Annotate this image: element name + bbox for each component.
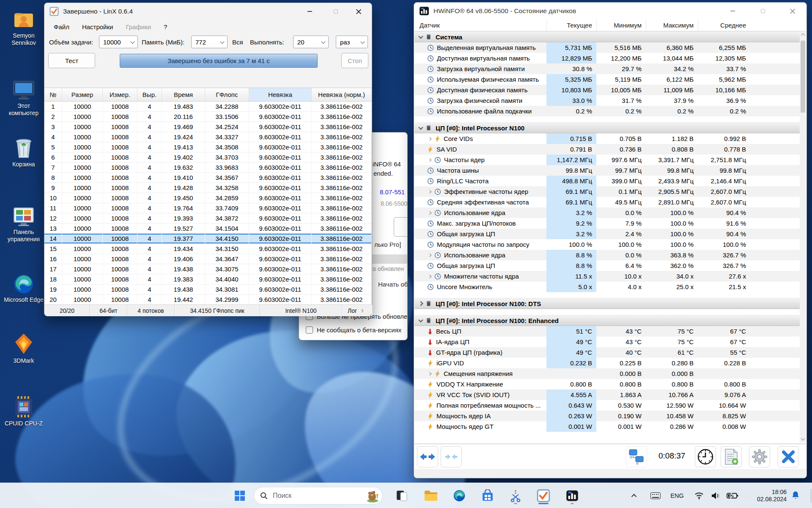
scroll-up-arrow-icon[interactable] (801, 33, 805, 38)
sensor-row[interactable]: VR VCC Ток (SVID IOUT)4.555 A1.863 A10.7… (414, 389, 800, 400)
column-header[interactable]: Измер. (103, 88, 137, 101)
linx-table-row[interactable]: 111000010008419.76433.74099.603002e-0113… (44, 203, 372, 213)
notification-center-button[interactable] (788, 483, 803, 508)
linx-table-row[interactable]: 191000010008419.43834.30819.603002e-0113… (44, 284, 372, 295)
maximize-button[interactable] (326, 3, 346, 20)
clock-indicator[interactable]: 18:06 02.08.2024 (746, 483, 787, 508)
sensor-row[interactable]: GT-ядра ЦП (графика)49 °C40 °C61 °C55 °C (414, 347, 800, 358)
vertical-scrollbar[interactable] (800, 31, 806, 442)
linx-table-row[interactable]: 181000010008419.38334.40409.603002e-0113… (44, 274, 372, 284)
sensor-row[interactable]: Модуляция частоты по запросу100.0 %100.0… (414, 239, 800, 250)
chevron-right-icon[interactable] (428, 274, 431, 278)
sensor-row[interactable]: Весь ЦП51 °C43 °C75 °C67 °C (414, 326, 800, 337)
report-button[interactable] (721, 446, 742, 467)
sensor-row[interactable]: Общая загрузка ЦП3.2 %2.4 %100.0 %90.4 % (414, 229, 800, 239)
stop-button[interactable]: Стоп (341, 53, 368, 68)
menu-file[interactable]: Файл (50, 22, 73, 32)
sensor-row[interactable]: Загрузка виртуальной памяти30.8 %29.7 %3… (414, 64, 800, 74)
desktop-icon-this-pc[interactable]: Этот компьютер (3, 76, 44, 117)
sensor-row[interactable]: Используемая физическая память5,325 МБ5,… (414, 74, 800, 85)
hwinfo-taskbar-button[interactable] (563, 486, 582, 505)
remote-monitoring-button[interactable] (626, 446, 647, 467)
close-button[interactable] (349, 3, 368, 20)
sensor-row[interactable]: iGPU VID0.232 В0.225 В0.280 В0.228 В (414, 358, 800, 368)
snipping-tool-button[interactable] (506, 486, 525, 505)
column-header[interactable]: Выр. (137, 88, 162, 101)
sensor-row[interactable]: Использование ядра8.8 %0.0 %363.8 %326.7… (414, 250, 800, 260)
wifi-indicator[interactable] (692, 483, 706, 508)
sensor-row[interactable]: Частота шины99.8 МГц99.7 МГц99.8 МГц99.8… (414, 165, 800, 176)
times-unit-combobox[interactable]: раз (336, 36, 368, 48)
all-memory-label[interactable]: Вся (232, 35, 243, 49)
search-input[interactable] (272, 491, 365, 500)
dialog-button-partial[interactable] (394, 217, 408, 237)
file-explorer-button[interactable] (421, 486, 440, 505)
chevron-right-icon[interactable] (428, 137, 431, 140)
task-view-button[interactable] (392, 486, 411, 505)
sensor-row[interactable]: Общая загрузка ЦП8.8 %6.4 %362.0 %326.7 … (414, 260, 800, 271)
problem-size-combobox[interactable]: 10000 (99, 36, 138, 48)
column-header[interactable]: № (44, 88, 62, 101)
clock-button[interactable] (695, 446, 716, 467)
desktop-icon-cpuz[interactable]: CPUID CPU-Z (3, 394, 44, 427)
column-header[interactable]: Размер (62, 88, 103, 101)
settings-button[interactable] (749, 446, 770, 467)
chevron-right-icon[interactable] (428, 211, 431, 214)
chevron-right-icon[interactable] (428, 372, 431, 375)
column-header-sensor[interactable]: Датчик (414, 19, 546, 31)
sensor-row[interactable]: VDDQ TX Напряжение0.800 В0.800 В0.800 В0… (414, 379, 800, 389)
edge-button[interactable] (450, 486, 469, 505)
linx-table-row[interactable]: 161000010008419.40634.36479.603002e-0113… (44, 254, 372, 264)
linx-table-row[interactable]: 131000010008419.52734.15049.603002e-0113… (44, 224, 372, 234)
column-header-average[interactable]: Среднее (698, 19, 750, 31)
sensor-row[interactable]: Эффективные частоты ядер69.1 МГц0.1 МГц2… (414, 186, 800, 197)
sensor-section-header[interactable]: ЦП [#0]: Intel Processor N100: Enhanced (414, 315, 800, 326)
sensor-row[interactable]: Выделенная виртуальная память5,731 МБ5,5… (414, 42, 800, 53)
desktop-icon-user-folder[interactable]: Semyon Sennikov (3, 6, 44, 47)
chevron-right-icon[interactable] (428, 190, 431, 193)
linx-table-row[interactable]: 61000010008419.40234.37039.603002e-0113.… (44, 152, 372, 163)
menu-graphs[interactable]: Графики (122, 22, 154, 32)
microsoft-store-button[interactable] (478, 486, 497, 505)
sensor-row[interactable]: Загрузка физической памяти33.0 %31.7 %37… (414, 95, 800, 106)
sensor-section-header[interactable]: Система (414, 31, 800, 42)
sensor-row[interactable]: IA-ядра ЦП49 °C43 °C75 °C67 °C (414, 337, 800, 347)
sensor-row[interactable]: Макс. загрузка ЦП/потоков9.2 %7.9 %100.0… (414, 218, 800, 229)
desktop-icon-control-panel[interactable]: Панель управления (3, 202, 44, 243)
linx-table-row[interactable]: 11000010008419.48334.22889.603002e-0113.… (44, 102, 372, 112)
scroll-down-arrow-icon[interactable] (801, 436, 805, 441)
menu-help[interactable]: ? (160, 22, 170, 32)
linx-taskbar-button[interactable] (534, 486, 553, 505)
sensor-row[interactable]: Множители частоты ядра11.5 x10.0 x34.0 x… (414, 271, 800, 282)
sensor-row[interactable]: Смещения напряжения0.000 В0.000 В (414, 368, 800, 379)
sensor-row[interactable]: Частоты ядер1,147.2 МГц997.6 МГц3,391.7 … (414, 155, 800, 165)
linx-table-row[interactable]: 71000010008419.63233.96839.603002e-0113.… (44, 163, 372, 173)
sensor-section-header[interactable]: ЦП [#0]: Intel Processor N100 (414, 122, 800, 133)
close-button[interactable] (783, 3, 802, 19)
sensor-row[interactable]: Uncore Множитель5.0 x4.0 x25.0 x21.5 x (414, 282, 800, 292)
maximize-button[interactable] (753, 3, 773, 19)
test-button[interactable]: Тест (48, 53, 95, 68)
linx-table-row[interactable]: 31000010008419.46934.25249.603002e-0113.… (44, 122, 372, 132)
column-header-current[interactable]: Текущее (546, 19, 596, 31)
linx-table-row[interactable]: 101000010008419.45034.28599.603002e-0113… (44, 193, 372, 203)
tray-overflow-button[interactable] (627, 483, 642, 508)
chevron-right-icon[interactable] (428, 158, 431, 161)
show-desktop-button[interactable] (811, 489, 811, 502)
touch-keyboard-button[interactable] (647, 483, 664, 508)
no-beta-checkbox[interactable] (306, 326, 313, 334)
linx-table-row[interactable]: 41000010008419.42434.33279.603002e-0113.… (44, 132, 372, 142)
battery-indicator[interactable] (724, 483, 741, 508)
linx-table-row[interactable]: 121000010008419.39334.38729.603002e-0113… (44, 213, 372, 224)
chevron-right-icon[interactable] (428, 253, 431, 257)
linx-table-row[interactable]: 201000010008419.44234.29999.603002e-0113… (44, 295, 372, 305)
column-header[interactable]: Невязка (норм.) (312, 88, 372, 101)
sensor-row[interactable]: Core VIDs0.715 В0.705 В1.182 В0.992 В (414, 133, 800, 144)
sensor-row[interactable]: SA VID0.791 В0.736 В0.808 В0.778 В (414, 144, 800, 155)
linx-table-row[interactable]: 151000010008419.43434.31509.603002e-0113… (44, 244, 372, 254)
linx-table-row[interactable]: 141000010008419.37734.41509.603002e-0113… (44, 234, 372, 244)
reset-minmax-button[interactable] (417, 446, 438, 467)
minimize-button[interactable] (300, 3, 319, 20)
sensor-section-header[interactable]: ЦП [#0]: Intel Processor N100: DTS (414, 298, 800, 309)
linx-table-row[interactable]: 91000010008419.42834.32589.603002e-0113.… (44, 183, 372, 193)
